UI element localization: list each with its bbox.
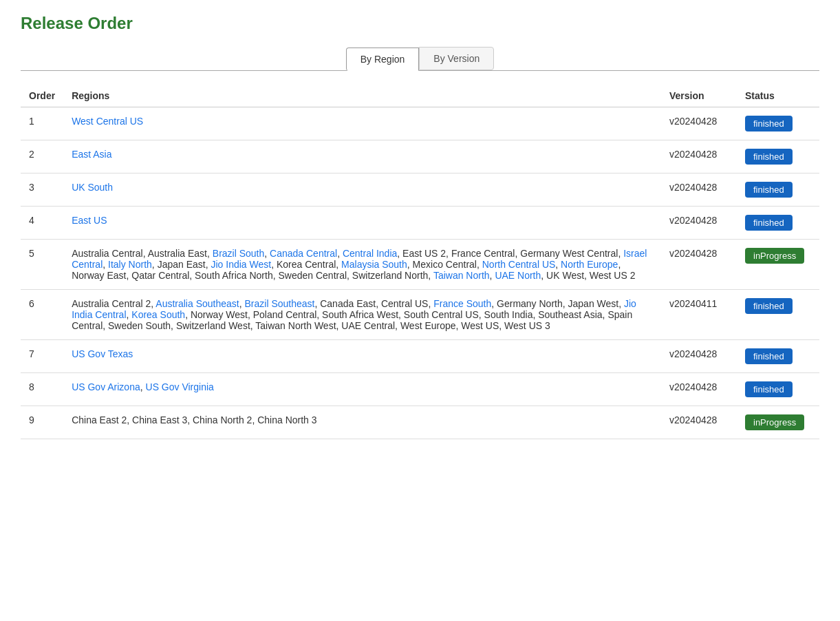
cell-order: 2 xyxy=(21,140,63,173)
cell-regions: East US xyxy=(63,207,661,240)
cell-order: 6 xyxy=(21,290,63,340)
header-status: Status xyxy=(737,85,819,107)
cell-version: v20240428 xyxy=(661,240,737,290)
region-text: Australia Central xyxy=(72,248,143,259)
status-badge: inProgress xyxy=(745,248,804,264)
cell-order: 7 xyxy=(21,340,63,373)
cell-status: inProgress xyxy=(737,240,819,290)
cell-order: 8 xyxy=(21,373,63,406)
region-text: , xyxy=(140,381,146,392)
table-row: 5Australia Central, Australia East, Braz… xyxy=(21,240,819,290)
region-text: , Australia East, xyxy=(143,248,213,259)
region-text: , xyxy=(337,248,343,259)
cell-regions: West Central US xyxy=(63,107,661,140)
region-text: , Japan East, xyxy=(152,259,211,270)
tab-by-region[interactable]: By Region xyxy=(346,48,420,71)
cell-regions: US Gov Arizona, US Gov Virginia xyxy=(63,373,661,406)
region-link[interactable]: UAE North xyxy=(495,270,541,281)
region-link[interactable]: Central India xyxy=(343,248,397,259)
cell-order: 9 xyxy=(21,406,63,439)
status-badge: finished xyxy=(745,381,793,397)
region-link[interactable]: Malaysia South xyxy=(341,259,407,270)
cell-regions: UK South xyxy=(63,173,661,207)
region-text: France Central xyxy=(451,248,515,259)
cell-version: v20240428 xyxy=(661,207,737,240)
table-row: 9China East 2, China East 3, China North… xyxy=(21,406,819,439)
page-title: Release Order xyxy=(21,14,819,33)
table-row: 7US Gov Texasv20240428finished xyxy=(21,340,819,373)
region-link[interactable]: West Central US xyxy=(72,116,143,127)
region-text: , Germany North, Japan West, xyxy=(491,298,624,309)
cell-regions: China East 2, China East 3, China North … xyxy=(63,406,661,439)
tab-divider xyxy=(21,70,819,71)
cell-version: v20240428 xyxy=(661,373,737,406)
table-row: 4East USv20240428finished xyxy=(21,207,819,240)
cell-regions: East Asia xyxy=(63,140,661,173)
cell-status: finished xyxy=(737,107,819,140)
region-link[interactable]: Korea South xyxy=(131,309,185,320)
status-badge: finished xyxy=(745,298,793,314)
table-header-row: Order Regions Version Status xyxy=(21,85,819,107)
header-regions: Regions xyxy=(63,85,661,107)
cell-status: finished xyxy=(737,140,819,173)
tab-bar: By Region By Version xyxy=(21,47,819,70)
cell-version: v20240428 xyxy=(661,173,737,207)
region-link[interactable]: US Gov Texas xyxy=(72,348,133,359)
status-badge: finished xyxy=(745,215,793,231)
region-text: , xyxy=(555,259,561,270)
cell-status: finished xyxy=(737,207,819,240)
status-badge: inProgress xyxy=(745,414,804,430)
cell-status: finished xyxy=(737,373,819,406)
region-link[interactable]: Brazil South xyxy=(213,248,264,259)
region-text: , xyxy=(264,248,270,259)
cell-order: 1 xyxy=(21,107,63,140)
cell-version: v20240428 xyxy=(661,340,737,373)
region-text: , Canada East, Central US, xyxy=(314,298,433,309)
region-link[interactable]: Australia Southeast xyxy=(155,298,239,309)
region-link[interactable]: UK South xyxy=(72,182,113,193)
cell-version: v20240411 xyxy=(661,290,737,340)
cell-order: 5 xyxy=(21,240,63,290)
region-text: , East US 2, xyxy=(397,248,451,259)
region-link[interactable]: East Asia xyxy=(72,149,111,160)
region-text: , Mexico Central, xyxy=(407,259,482,270)
table-row: 3UK Southv20240428finished xyxy=(21,173,819,207)
header-order: Order xyxy=(21,85,63,107)
region-link[interactable]: Taiwan North xyxy=(433,270,490,281)
cell-order: 3 xyxy=(21,173,63,207)
region-link[interactable]: US Gov Virginia xyxy=(146,381,214,392)
region-link[interactable]: France South xyxy=(433,298,491,309)
region-link[interactable]: North Europe xyxy=(561,259,618,270)
cell-order: 4 xyxy=(21,207,63,240)
cell-status: finished xyxy=(737,290,819,340)
cell-version: v20240428 xyxy=(661,107,737,140)
release-order-table: Order Regions Version Status 1West Centr… xyxy=(21,85,819,439)
region-text: , Korea Central, xyxy=(271,259,341,270)
table-row: 6Australia Central 2, Australia Southeas… xyxy=(21,290,819,340)
region-text: , xyxy=(103,259,108,270)
cell-status: finished xyxy=(737,340,819,373)
region-link[interactable]: East US xyxy=(72,215,107,226)
table-row: 2East Asiav20240428finished xyxy=(21,140,819,173)
cell-version: v20240428 xyxy=(661,140,737,173)
status-badge: finished xyxy=(745,182,793,198)
region-link[interactable]: Italy North xyxy=(108,259,152,270)
region-text: , Germany West Central, xyxy=(515,248,623,259)
status-badge: finished xyxy=(745,116,793,131)
cell-status: inProgress xyxy=(737,406,819,439)
region-link[interactable]: Canada Central xyxy=(270,248,337,259)
status-badge: finished xyxy=(745,149,793,165)
region-link[interactable]: North Central US xyxy=(482,259,556,270)
cell-regions: US Gov Texas xyxy=(63,340,661,373)
region-link[interactable]: US Gov Arizona xyxy=(72,381,140,392)
header-version: Version xyxy=(661,85,737,107)
region-link[interactable]: Jio India West xyxy=(211,259,271,270)
tab-by-version[interactable]: By Version xyxy=(419,47,494,70)
cell-regions: Australia Central 2, Australia Southeast… xyxy=(63,290,661,340)
region-text: , UK West, West US 2 xyxy=(541,270,635,281)
cell-regions: Australia Central, Australia East, Brazi… xyxy=(63,240,661,290)
status-badge: finished xyxy=(745,348,793,364)
table-row: 8US Gov Arizona, US Gov Virginiav2024042… xyxy=(21,373,819,406)
cell-version: v20240428 xyxy=(661,406,737,439)
region-link[interactable]: Brazil Southeast xyxy=(244,298,314,309)
